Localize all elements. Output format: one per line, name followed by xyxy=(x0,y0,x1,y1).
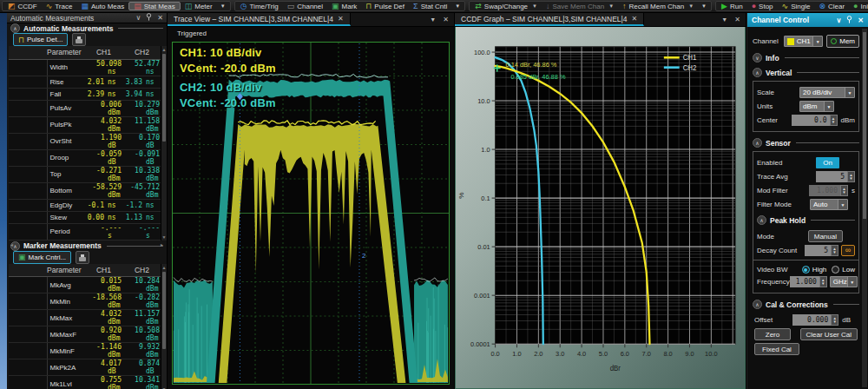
frequency-spinner[interactable]: 1.000 ▲▼ xyxy=(790,276,827,287)
trace-avg-spinner[interactable]: 5 ▲▼ xyxy=(816,171,855,182)
clear-user-cal-button[interactable]: Clear User Cal xyxy=(800,328,858,340)
meter-button[interactable]: ◫Meter xyxy=(181,2,217,10)
pulse-def-button[interactable]: ⊓Pulse Def xyxy=(361,2,409,10)
pin-icon[interactable] xyxy=(846,16,852,25)
print-button[interactable] xyxy=(76,251,89,264)
print-button[interactable] xyxy=(72,33,86,46)
channel-control-scrollbar[interactable] xyxy=(862,29,867,387)
pulse-def-button[interactable]: ⊓ Pulse Det... xyxy=(13,33,68,46)
memory-group-overflow-arrow[interactable]: ▼ xyxy=(698,2,710,10)
table-row[interactable]: Droop-0.059dB-0.091dB xyxy=(9,149,161,166)
table-row[interactable]: Top-0.271dBm10.338dBm xyxy=(9,166,161,182)
table-row[interactable]: OvrSht1.190dB0.170dB xyxy=(9,133,161,149)
spinner-arrows-icon[interactable]: ▲▼ xyxy=(831,245,838,256)
filter-mode-select[interactable]: Auto ▼ xyxy=(810,199,848,210)
table-row[interactable]: Rise2.01ns3.83ns xyxy=(9,76,161,88)
info-section-header[interactable]: ∨ Info xyxy=(753,50,859,65)
panel-menu-icon[interactable]: ▼ xyxy=(721,16,727,23)
peak-hold-mode-button[interactable]: Manual xyxy=(808,230,843,242)
panel-close-icon[interactable]: ✕ xyxy=(734,16,740,23)
tab-close-icon[interactable]: ✕ xyxy=(338,15,344,23)
swap-change-button[interactable]: ⇄Swap/Change▼ xyxy=(470,2,542,10)
table-row[interactable]: PulsAv0.006dBm10.279dBm xyxy=(9,100,161,116)
stop-button[interactable]: ●Stop xyxy=(747,2,778,10)
mem-button[interactable]: Mem xyxy=(826,35,859,48)
offset-spinner[interactable]: 0.000 ▲▼ xyxy=(792,314,838,326)
table-row[interactable]: MkMin-18.568dBm-0.282dBm xyxy=(9,293,161,310)
mod-filter-spinner[interactable]: 1.000 ▲▼ xyxy=(809,185,848,196)
section-collapse-icon[interactable]: ∧ xyxy=(757,215,766,225)
video-bw-low-radio[interactable]: Low xyxy=(832,266,855,274)
peak-hold-header[interactable]: ∧ Peak Hold xyxy=(757,213,855,227)
section-collapse-icon[interactable]: ∧ xyxy=(10,23,20,33)
close-icon[interactable]: ✕ xyxy=(157,14,163,22)
collapse-chevron-icon[interactable]: ∨ xyxy=(135,14,141,22)
save-mem-chan-button[interactable]: ↓Save Mem Chan▼ xyxy=(542,2,618,10)
section-collapse-icon[interactable]: ∧ xyxy=(753,300,762,309)
tab-close-icon[interactable]: ✕ xyxy=(631,15,637,23)
video-bw-high-radio[interactable]: High xyxy=(802,266,826,274)
infinity-decay-button[interactable]: ∞ xyxy=(841,245,855,256)
marker-table-vscrollbar[interactable]: ▲▼ xyxy=(161,264,167,389)
cal-corrections-header[interactable]: ∧ Cal & Corrections xyxy=(753,297,859,312)
table-row[interactable]: MkMinF-1.146dBm9.932dBm xyxy=(9,343,161,359)
enabled-toggle[interactable]: On xyxy=(816,157,839,168)
collapse-chevron-icon[interactable]: ∨ xyxy=(836,16,841,24)
table-row[interactable]: Period-.---s-.---s xyxy=(9,223,161,240)
table-row[interactable]: Fall2.39ns3.94ns xyxy=(9,88,161,100)
table-row[interactable]: MkMax4.032dBm11.157dBm xyxy=(9,310,161,326)
zero-button[interactable]: Zero xyxy=(754,328,791,340)
section-collapse-icon[interactable]: ∧ xyxy=(753,68,762,77)
marker-measurements-header[interactable]: ∧ Marker Measurements xyxy=(7,241,167,251)
table-row[interactable]: Width50.098ns52.477ns xyxy=(9,59,161,76)
section-collapse-icon[interactable]: ∧ xyxy=(753,138,762,148)
channel-select[interactable]: CH1 ▼ xyxy=(784,36,823,47)
recall-mem-chan-button[interactable]: ↑Recall Mem Chan▼ xyxy=(618,2,698,10)
table-row[interactable]: Mk1Lvl0.755dBm10.341dBm xyxy=(9,376,161,389)
close-icon[interactable]: ✕ xyxy=(858,16,864,24)
table-row[interactable]: PulsPk4.032dBm11.158dBm xyxy=(9,116,161,133)
channel-button[interactable]: ▭Channel xyxy=(283,2,327,10)
units-select[interactable]: dBm ▼ xyxy=(799,101,834,112)
init-button[interactable]: ●Init xyxy=(849,2,868,10)
fixed-cal-button[interactable]: Fixed Cal xyxy=(754,343,799,355)
mark-cntrl-button[interactable]: ▣ Mark Cntrl... xyxy=(13,251,71,264)
auto-measurements-header[interactable]: ∧ Automatic Measurements xyxy=(7,23,167,33)
spinner-arrows-icon[interactable]: ▲▼ xyxy=(847,171,855,182)
spinner-arrows-icon[interactable]: ▲▼ xyxy=(840,185,848,196)
center-spinner[interactable]: 0.0 ▲▼ xyxy=(792,115,838,126)
spinner-arrows-icon[interactable]: ▲▼ xyxy=(831,314,838,326)
sensor-section-header[interactable]: ∧ Sensor xyxy=(753,135,859,150)
stat-meas-button[interactable]: ▤Stat Meas xyxy=(128,2,181,10)
ccdf-graph-tab[interactable]: CCDF Graph – SIM CHANNEL|3,SIM CHANNEL|4… xyxy=(455,13,644,26)
stat-cntl-button[interactable]: ΣStat Cntl xyxy=(409,2,451,10)
decay-count-spinner[interactable]: 5 ▲▼ xyxy=(805,245,838,256)
setup-group-overflow-arrow[interactable]: ▼ xyxy=(451,2,464,10)
table-row[interactable]: Skew0.00ns1.13ns xyxy=(9,211,161,223)
section-expand-icon[interactable]: ∨ xyxy=(753,53,762,63)
frequency-unit-select[interactable]: GHz ▼ xyxy=(830,276,858,287)
panel-close-icon[interactable]: ✕ xyxy=(443,16,449,23)
pin-icon[interactable] xyxy=(146,13,152,23)
single-button[interactable]: ∿Single xyxy=(778,2,815,10)
mark-button[interactable]: ▣Mark xyxy=(327,2,361,10)
spinner-arrows-icon[interactable]: ▲▼ xyxy=(830,115,838,126)
auto-table-vscrollbar[interactable]: ▲▼ xyxy=(161,46,167,241)
view-group-overflow-arrow[interactable]: ▼ xyxy=(217,2,229,10)
auto-meas-button[interactable]: ▦Auto Meas xyxy=(76,2,128,10)
table-row[interactable]: EdgDly-0.1ns-1.2ns xyxy=(9,199,161,211)
table-row[interactable]: MkPk2A4.017dB0.874dB xyxy=(9,359,161,376)
spinner-arrows-icon[interactable]: ▲▼ xyxy=(819,276,827,287)
time-trig-button[interactable]: ◷Time/Trig xyxy=(236,2,283,10)
ccdf-plot-area[interactable]: 100.010.01.00.10.010.0010.00010.01.02.03… xyxy=(455,27,746,389)
trace-button[interactable]: ∿Trace xyxy=(42,2,77,10)
trace-view-tab[interactable]: Trace View – SIM CHANNEL|3,SIM CHANNEL|4… xyxy=(168,13,351,26)
scale-select[interactable]: 20 dB/div ▼ xyxy=(799,87,855,98)
vertical-section-header[interactable]: ∧ Vertical xyxy=(753,65,859,80)
panel-menu-icon[interactable]: ▼ xyxy=(430,16,436,23)
ccdf-button[interactable]: ◩CCDF xyxy=(3,2,42,10)
table-row[interactable]: MkMaxF0.920dBm10.508dBm xyxy=(9,326,161,343)
clear-button[interactable]: ⊗Clear xyxy=(814,2,849,10)
run-button[interactable]: ▶Run xyxy=(717,2,747,10)
table-row[interactable]: Bottom-58.529dBm-45.712dBm xyxy=(9,182,161,199)
